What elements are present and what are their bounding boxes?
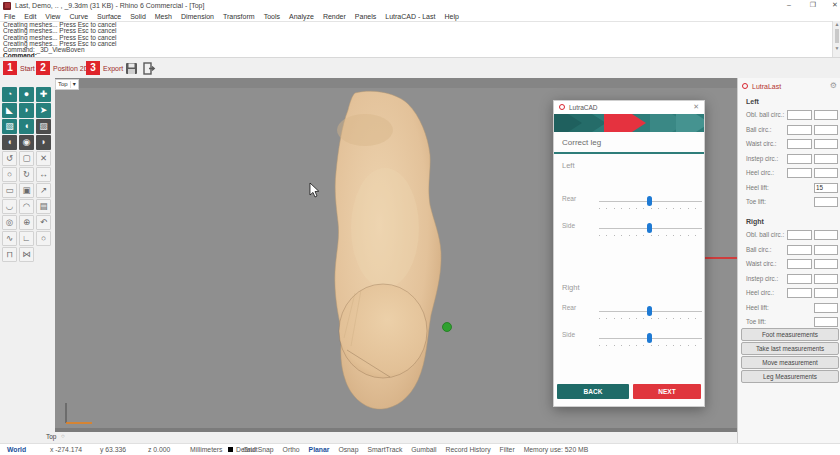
menu-item-transform[interactable]: Transform bbox=[223, 13, 255, 20]
sync-rotate-icon[interactable]: ↻ bbox=[19, 167, 34, 182]
mirror-icon[interactable]: ⋈ bbox=[19, 247, 34, 262]
image-export-icon[interactable]: ▨ bbox=[36, 119, 51, 134]
dialog-title-bar[interactable]: LutraCAD ✕ bbox=[554, 101, 704, 115]
input-left-waist-circ-1[interactable] bbox=[787, 139, 812, 149]
workflow-step-export[interactable]: 3Export bbox=[86, 61, 123, 75]
menu-item-edit[interactable]: Edit bbox=[24, 13, 36, 20]
status-pane-planar[interactable]: Planar bbox=[309, 446, 330, 453]
input-left-heel-lift[interactable] bbox=[814, 183, 838, 193]
target-b-icon[interactable]: ⊕ bbox=[19, 215, 34, 230]
layer-color-swatch[interactable] bbox=[228, 447, 233, 452]
menu-item-solid[interactable]: Solid bbox=[130, 13, 146, 20]
command-history[interactable]: Creating meshes... Press Esc to cancelCr… bbox=[0, 21, 835, 58]
input-left-obl-ball-circ-2[interactable] bbox=[814, 110, 838, 120]
status-pane-filter[interactable]: Filter bbox=[500, 446, 515, 453]
array-icon[interactable]: ▣ bbox=[19, 183, 34, 198]
move-measurement-button[interactable]: Move measurement bbox=[741, 356, 839, 369]
minimize-button[interactable]: – bbox=[780, 0, 798, 10]
input-left-waist-circ-2[interactable] bbox=[814, 139, 838, 149]
input-left-ball-circ-1[interactable] bbox=[787, 125, 812, 135]
menu-item-file[interactable]: File bbox=[4, 13, 15, 20]
ellipse-icon[interactable]: ○ bbox=[36, 231, 51, 246]
menu-item-render[interactable]: Render bbox=[323, 13, 346, 20]
slider-left-rear[interactable] bbox=[599, 201, 702, 202]
menu-item-curve[interactable]: Curve bbox=[69, 13, 88, 20]
footprint-right-icon[interactable]: ◗ bbox=[36, 135, 51, 150]
input-left-instep-circ-2[interactable] bbox=[814, 154, 838, 164]
menu-item-view[interactable]: View bbox=[45, 13, 60, 20]
status-pane-grid-snap[interactable]: Grid Snap bbox=[243, 446, 274, 453]
lasso-icon[interactable]: ○ bbox=[2, 167, 17, 182]
save-icon[interactable] bbox=[125, 62, 138, 75]
input-right-toe-lift[interactable] bbox=[814, 317, 838, 327]
workflow-step-position-2d[interactable]: 2Position 2D bbox=[36, 61, 89, 75]
menu-item-help[interactable]: Help bbox=[444, 13, 458, 20]
slider-handle[interactable] bbox=[647, 196, 652, 206]
footprints-icon[interactable]: ◉ bbox=[19, 135, 34, 150]
menu-item-lutracad-last[interactable]: LutraCAD - Last bbox=[385, 13, 435, 20]
restore-button[interactable]: ❐ bbox=[804, 0, 822, 10]
take-last-measurements-button[interactable]: Take last measurements bbox=[741, 342, 839, 355]
command-scrollbar[interactable]: ▲ ▼ bbox=[832, 21, 840, 57]
input-right-ball-circ-1[interactable] bbox=[787, 245, 812, 255]
last-top-icon[interactable]: ● bbox=[19, 87, 34, 102]
tab-top[interactable]: Top bbox=[46, 433, 56, 440]
rect-select-icon[interactable]: ▭ bbox=[2, 183, 17, 198]
status-pane-memory-use-520-mb[interactable]: Memory use: 520 MB bbox=[524, 446, 589, 453]
input-right-waist-circ-2[interactable] bbox=[814, 259, 838, 269]
back-button[interactable]: BACK bbox=[557, 384, 629, 399]
control-point-marker[interactable] bbox=[443, 323, 452, 332]
undo-icon[interactable]: ↶ bbox=[36, 215, 51, 230]
transform-box-icon[interactable]: ▢ bbox=[19, 151, 34, 166]
wave-icon[interactable]: ∿ bbox=[2, 231, 17, 246]
export-icon[interactable] bbox=[143, 62, 156, 75]
sole-icon[interactable]: ◗ bbox=[19, 103, 34, 118]
menu-item-dimension[interactable]: Dimension bbox=[181, 13, 214, 20]
input-right-obl-ball-circ-2[interactable] bbox=[814, 230, 838, 240]
input-right-heel-circ-1[interactable] bbox=[787, 288, 812, 298]
last-outline-b-icon[interactable]: ◠ bbox=[19, 199, 34, 214]
menu-item-panels[interactable]: Panels bbox=[355, 13, 376, 20]
input-right-ball-circ-2[interactable] bbox=[814, 245, 838, 255]
input-left-toe-lift[interactable] bbox=[814, 197, 838, 207]
input-left-instep-circ-1[interactable] bbox=[787, 154, 812, 164]
menu-item-mesh[interactable]: Mesh bbox=[155, 13, 172, 20]
slider-handle[interactable] bbox=[647, 223, 652, 233]
status-pane-smarttrack[interactable]: SmartTrack bbox=[367, 446, 402, 453]
curve-edit-icon[interactable]: ↗ bbox=[36, 183, 51, 198]
rotate-icon[interactable]: ↺ bbox=[2, 151, 17, 166]
input-left-heel-circ-2[interactable] bbox=[814, 168, 838, 178]
input-right-instep-circ-1[interactable] bbox=[787, 274, 812, 284]
input-right-heel-lift[interactable] bbox=[814, 303, 838, 313]
input-left-heel-circ-1[interactable] bbox=[787, 168, 812, 178]
slider-right-side[interactable] bbox=[599, 338, 702, 339]
status-pane-osnap[interactable]: Osnap bbox=[338, 446, 358, 453]
status-pane-record-history[interactable]: Record History bbox=[446, 446, 491, 453]
slider-left-side[interactable] bbox=[599, 228, 702, 229]
slider-handle[interactable] bbox=[647, 306, 652, 316]
input-left-obl-ball-circ-1[interactable] bbox=[787, 110, 812, 120]
gear-icon[interactable]: ⚙ bbox=[830, 81, 837, 90]
scroll-down-icon[interactable]: ▼ bbox=[833, 45, 840, 51]
scroll-thumb[interactable] bbox=[835, 29, 839, 43]
move-horizontal-icon[interactable]: ↔ bbox=[36, 167, 51, 182]
target-a-icon[interactable]: ◎ bbox=[2, 215, 17, 230]
ruler-icon[interactable]: ▤ bbox=[36, 199, 51, 214]
input-left-ball-circ-2[interactable] bbox=[814, 125, 838, 135]
last-side-icon[interactable]: ◖ bbox=[19, 119, 34, 134]
shoe-side-icon[interactable]: ◣ bbox=[2, 103, 17, 118]
menu-item-analyze[interactable]: Analyze bbox=[289, 13, 314, 20]
clamp-icon[interactable]: ⊓ bbox=[2, 247, 17, 262]
input-right-obl-ball-circ-1[interactable] bbox=[787, 230, 812, 240]
workflow-step-start[interactable]: 1Start bbox=[3, 61, 35, 75]
last-outline-a-icon[interactable]: ◡ bbox=[2, 199, 17, 214]
foot-measurements-button[interactable]: Foot measurements bbox=[741, 328, 839, 341]
status-pane-gumball[interactable]: Gumball bbox=[411, 446, 436, 453]
box-icon[interactable]: ▧ bbox=[2, 119, 17, 134]
new-viewport-icon[interactable]: ○ bbox=[61, 433, 65, 439]
shoe-icon[interactable]: ➤ bbox=[36, 103, 51, 118]
units-label[interactable]: Millimeters bbox=[190, 446, 222, 453]
slider-handle[interactable] bbox=[647, 333, 652, 343]
input-right-waist-circ-1[interactable] bbox=[787, 259, 812, 269]
scroll-up-icon[interactable]: ▲ bbox=[833, 21, 840, 27]
